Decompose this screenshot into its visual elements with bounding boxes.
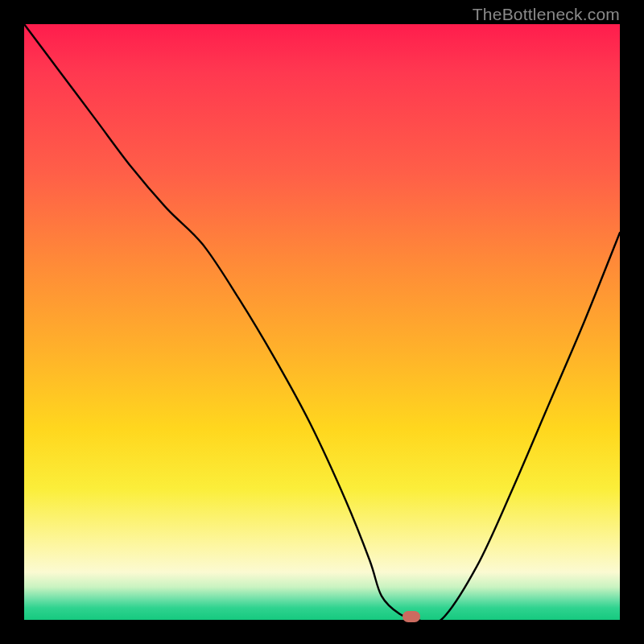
optimum-marker	[402, 611, 420, 622]
plot-area	[24, 24, 620, 620]
watermark-text: TheBottleneck.com	[473, 5, 620, 24]
chart-stage: TheBottleneck.com	[0, 0, 644, 644]
bottleneck-curve	[24, 24, 620, 620]
